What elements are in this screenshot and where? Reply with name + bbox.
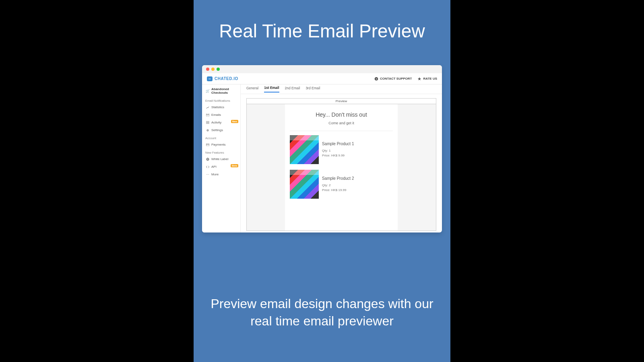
divider <box>290 131 393 131</box>
sidebar: 🛒 Abandoned Checkouts Email Notification… <box>202 84 241 232</box>
sidebar-section-account: Account <box>202 134 240 141</box>
sidebar-item-label: Emails <box>211 113 221 117</box>
email-preview: Hey... Don't miss out Come and get it Sa… <box>285 104 398 230</box>
sidebar-item-label: White Label <box>211 157 228 161</box>
cart-icon: 🛒 <box>206 89 209 93</box>
globe-icon <box>206 158 209 161</box>
traffic-zoom-icon[interactable] <box>217 68 220 71</box>
sidebar-item-label: Statistics <box>211 105 224 109</box>
product-name: Sample Product 1 <box>322 142 354 146</box>
brand-name: CHATED.IO <box>215 76 238 81</box>
sidebar-item-emails[interactable]: Emails <box>202 111 240 119</box>
star-icon <box>417 77 421 81</box>
product-price: Price: HK$ 19.99 <box>322 188 354 192</box>
window-titlebar <box>202 65 442 73</box>
svg-text:?: ? <box>376 78 377 80</box>
list-icon <box>206 121 209 124</box>
new-badge: New <box>231 120 238 123</box>
app-window: CHATED.IO ? CONTACT SUPPORT RATE US 🛒 <box>202 65 442 232</box>
slide-title: Real Time Email Preview <box>194 0 450 42</box>
product-info: Sample Product 2 Qty: 2 Price: HK$ 19.99 <box>322 170 354 199</box>
sidebar-item-more[interactable]: ⋯ More <box>202 171 240 178</box>
contact-support-link[interactable]: ? CONTACT SUPPORT <box>374 77 412 81</box>
sidebar-section-notifications: Email Notifications <box>202 97 240 103</box>
contact-support-label: CONTACT SUPPORT <box>380 77 412 80</box>
product-name: Sample Product 2 <box>322 176 354 181</box>
sidebar-item-api[interactable]: API Beta <box>202 163 240 171</box>
tab-bar: General 1st Email 2nd Email 3rd Email <box>241 84 442 94</box>
product-info: Sample Product 1 Qty: 1 Price: HK$ 9.99 <box>322 135 354 164</box>
email-headline: Hey... Don't miss out <box>290 111 393 118</box>
beta-badge: Beta <box>231 164 238 167</box>
sidebar-item-white-label[interactable]: White Label <box>202 155 240 163</box>
sidebar-item-label: Payments <box>211 143 226 146</box>
sidebar-section-new-features: New Features <box>202 148 240 155</box>
svg-rect-9 <box>206 144 209 146</box>
sidebar-item-settings[interactable]: Settings <box>202 126 240 134</box>
preview-viewport: Hey... Don't miss out Come and get it Sa… <box>246 104 436 231</box>
svg-marker-2 <box>418 77 421 80</box>
main-panel: General 1st Email 2nd Email 3rd Email Pr… <box>241 84 442 232</box>
promo-slide: Real Time Email Preview CHATED.IO ? CONT… <box>194 0 450 362</box>
email-subhead: Come and get it <box>290 121 393 125</box>
brand-logo[interactable]: CHATED.IO <box>207 76 238 81</box>
tab-second-email[interactable]: 2nd Email <box>285 86 300 92</box>
sidebar-item-label: API <box>211 165 217 169</box>
traffic-close-icon[interactable] <box>206 68 209 71</box>
chat-bubble-icon <box>207 76 213 81</box>
mail-icon <box>206 113 209 117</box>
gear-icon <box>206 129 209 132</box>
tab-general[interactable]: General <box>246 86 258 92</box>
rate-us-link[interactable]: RATE US <box>417 77 437 81</box>
app-header: CHATED.IO ? CONTACT SUPPORT RATE US <box>202 73 442 84</box>
sidebar-item-abandoned-checkouts[interactable]: 🛒 Abandoned Checkouts <box>202 84 240 97</box>
dots-icon: ⋯ <box>206 173 209 176</box>
product-image <box>290 170 319 199</box>
product-price: Price: HK$ 9.99 <box>322 153 354 158</box>
app-body: 🛒 Abandoned Checkouts Email Notification… <box>202 84 442 232</box>
product-qty: Qty: 1 <box>322 148 354 153</box>
help-icon: ? <box>374 77 378 81</box>
product-row: Sample Product 1 Qty: 1 Price: HK$ 9.99 <box>290 135 393 164</box>
preview-label: Preview <box>246 98 436 104</box>
sidebar-item-label: Settings <box>211 128 223 132</box>
product-qty: Qty: 2 <box>322 183 354 187</box>
chart-icon <box>206 106 209 109</box>
code-icon <box>206 165 209 169</box>
preview-panel: Preview Hey... Don't miss out Come and g… <box>241 94 442 232</box>
slide-caption: Preview email design changes with our re… <box>210 295 434 330</box>
sidebar-item-payments[interactable]: Payments <box>202 141 240 148</box>
rate-us-label: RATE US <box>423 77 437 80</box>
sidebar-item-statistics[interactable]: Statistics <box>202 103 240 111</box>
traffic-minimize-icon[interactable] <box>211 68 215 71</box>
svg-point-8 <box>207 130 208 131</box>
sidebar-item-activity[interactable]: Activity New <box>202 119 240 126</box>
sidebar-item-label: Activity <box>211 121 221 124</box>
sidebar-item-label: Abandoned Checkouts <box>211 87 238 95</box>
sidebar-item-label: More <box>211 173 219 176</box>
tab-first-email[interactable]: 1st Email <box>264 86 279 93</box>
product-row: Sample Product 2 Qty: 2 Price: HK$ 19.99 <box>290 170 393 199</box>
tab-third-email[interactable]: 3rd Email <box>305 86 320 92</box>
product-image <box>290 135 319 164</box>
card-icon <box>206 143 209 146</box>
